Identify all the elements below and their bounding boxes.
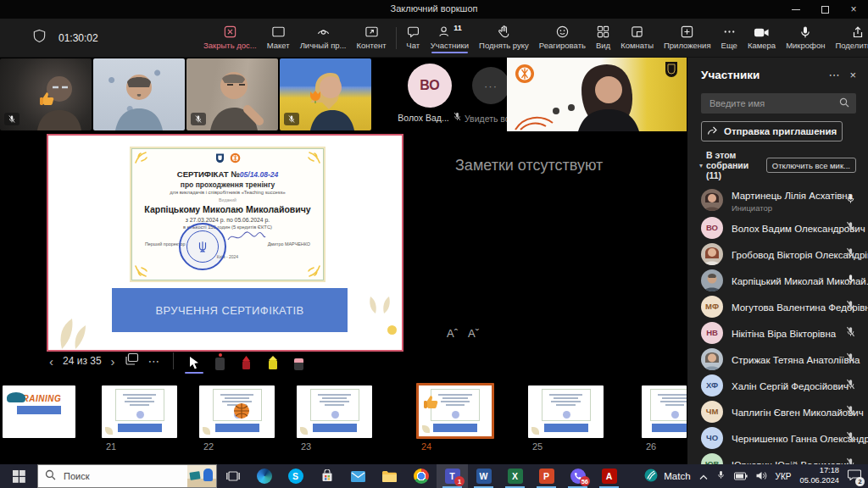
slide-thumbnail[interactable] xyxy=(199,385,275,438)
close-button[interactable]: × xyxy=(839,0,868,19)
pen-tool[interactable] xyxy=(238,352,255,370)
participant-name: Стрижак Тетяна Анатоліївна xyxy=(732,355,860,365)
thumbs-up-reaction-icon xyxy=(421,392,440,414)
participant-avatar-initials[interactable]: ВО xyxy=(408,64,452,108)
chrome-icon[interactable] xyxy=(405,464,437,488)
rooms-button[interactable]: Комнаты xyxy=(615,22,659,53)
participant-row[interactable]: Карпіцький Миколай Миколай... xyxy=(687,267,868,293)
slide-thumbnail[interactable] xyxy=(528,385,604,438)
store-icon[interactable] xyxy=(311,464,342,488)
cursor-tool[interactable] xyxy=(186,352,203,370)
raise-hand-button[interactable]: Поднять руку xyxy=(474,22,534,53)
notes-placeholder: Заметки отсутствуют xyxy=(455,157,603,175)
slide-thumbnail[interactable] xyxy=(297,385,372,438)
date: 05.06.2024 xyxy=(799,476,839,486)
slide-more-button[interactable]: ⋯ xyxy=(148,354,161,368)
decorative-leaf xyxy=(53,310,97,354)
apps-button[interactable]: Приложения xyxy=(659,22,716,53)
window-titlebar: Заключний воркшоп × xyxy=(0,0,868,19)
panel-close-button[interactable]: × xyxy=(849,69,856,81)
minimize-button[interactable] xyxy=(782,0,810,19)
slide-thumbnail[interactable] xyxy=(102,385,177,438)
mail-icon[interactable] xyxy=(342,464,374,488)
thumbnail-banner xyxy=(17,406,61,414)
video-tile-1[interactable] xyxy=(0,58,92,130)
chat-button[interactable]: Чат xyxy=(401,22,426,53)
laser-pointer-tool[interactable] xyxy=(212,352,229,370)
more-button[interactable]: Еще xyxy=(716,22,743,53)
tulip-reaction-icon xyxy=(307,87,324,108)
react-button[interactable]: Реагировать xyxy=(534,22,591,53)
maximize-button[interactable] xyxy=(810,0,839,19)
font-increase-button[interactable]: Aˆ xyxy=(447,327,458,340)
mic-muted-icon xyxy=(845,325,856,341)
file-explorer-icon[interactable] xyxy=(374,464,405,488)
teams-icon[interactable]: T1 xyxy=(437,464,468,488)
highlighter-tool[interactable] xyxy=(264,352,281,370)
participant-row[interactable]: ЧМ Чаплигін Євген Миколайович xyxy=(687,398,868,424)
participant-row[interactable]: Мартинець Лілія АсхатівнаИнициатор xyxy=(687,186,868,214)
video-tile-spotlight[interactable] xyxy=(507,58,687,131)
action-center-button[interactable]: 2 xyxy=(848,469,861,484)
word-icon[interactable]: W xyxy=(468,464,499,488)
stop-presenting-button[interactable]: Закрыть дос... xyxy=(198,22,262,53)
rooms-icon xyxy=(630,25,644,39)
view-button[interactable]: Вид xyxy=(591,22,615,53)
excel-icon[interactable]: X xyxy=(499,464,531,488)
start-button[interactable] xyxy=(0,464,37,488)
language-indicator[interactable]: УКР xyxy=(776,472,792,481)
clock[interactable]: 17:18 05.06.2024 xyxy=(799,466,839,485)
tray-mic-icon[interactable] xyxy=(716,469,726,484)
send-invite-button[interactable]: Отправка приглашения xyxy=(701,121,843,141)
font-decrease-button[interactable]: Aˇ xyxy=(468,327,479,340)
content-button[interactable]: Контент xyxy=(351,22,391,53)
powerpoint-icon[interactable]: P xyxy=(531,464,562,488)
participant-row[interactable]: Гробовод Вікторія Олександрів... xyxy=(687,241,868,267)
slide-thumbnail[interactable]: TRAINING xyxy=(3,385,75,438)
slide-thumbnail-selected[interactable] xyxy=(416,383,494,439)
video-tile-2[interactable] xyxy=(93,58,185,130)
share-icon xyxy=(851,25,865,39)
participants-panel: Участники ⋯ × Отправка приглашения ▾ В э… xyxy=(687,58,868,464)
participant-row[interactable]: МФ Могутова Валентина Федорівна xyxy=(687,293,868,319)
volume-icon[interactable] xyxy=(756,469,767,484)
section-caret-icon[interactable]: ▾ xyxy=(699,162,703,169)
layout-button[interactable]: Макет xyxy=(262,22,295,53)
microphone-button[interactable]: Микрофон xyxy=(781,23,830,53)
slide-grid-button[interactable] xyxy=(125,352,139,369)
camera-button[interactable]: Камера xyxy=(743,24,781,53)
edge-icon[interactable] xyxy=(248,464,280,488)
viber-icon[interactable]: 56 xyxy=(562,464,593,488)
slide-thumbnail[interactable] xyxy=(642,385,687,438)
battery-icon[interactable] xyxy=(734,469,748,484)
participants-button[interactable]: 11 Участники xyxy=(426,22,474,53)
share-button[interactable]: Поделиться xyxy=(830,23,868,53)
skype-icon[interactable]: S xyxy=(280,464,311,488)
participant-row[interactable]: ВО Волох Вадим Олександрович xyxy=(687,214,868,241)
video-tile-4[interactable] xyxy=(280,58,371,130)
acrobat-icon[interactable]: A xyxy=(593,464,625,488)
news-widget[interactable]: Match xyxy=(644,469,690,484)
task-view-button[interactable] xyxy=(217,464,248,488)
participant-row[interactable]: ЧО Чернишенко Ганна Олександрі... xyxy=(687,424,868,451)
taskbar-search-input[interactable] xyxy=(62,470,164,482)
participants-count-badge: 11 xyxy=(453,24,462,32)
tray-expand-icon[interactable] xyxy=(699,469,708,484)
slide-navigation: ‹ 24 из 35 › ⋯ xyxy=(49,349,308,373)
taskbar-search[interactable] xyxy=(37,464,217,488)
presenter-view-button[interactable]: Личный пр... xyxy=(295,22,352,53)
teams-meeting-window: Заключний воркшоп × 01:30:02 Закрыть дос… xyxy=(0,0,868,488)
participant-row[interactable]: Стрижак Тетяна Анатоліївна xyxy=(687,346,868,372)
participant-search-input[interactable] xyxy=(708,97,839,109)
mic-muted-icon xyxy=(845,404,856,419)
eraser-tool[interactable] xyxy=(291,352,308,370)
participant-search[interactable] xyxy=(701,93,856,114)
next-slide-button[interactable]: › xyxy=(111,354,115,369)
video-tile-3[interactable] xyxy=(186,58,278,130)
see-everyone-button[interactable]: ··· xyxy=(472,67,509,104)
participant-row[interactable]: НВ Нікітіна Віра Вікторівна xyxy=(687,319,868,346)
panel-more-button[interactable]: ⋯ xyxy=(828,69,839,81)
previous-slide-button[interactable]: ‹ xyxy=(49,354,53,369)
mute-all-button[interactable]: Отключить все мик... xyxy=(766,158,856,173)
participant-row[interactable]: ХФ Халін Сергій Федосійович xyxy=(687,372,868,398)
